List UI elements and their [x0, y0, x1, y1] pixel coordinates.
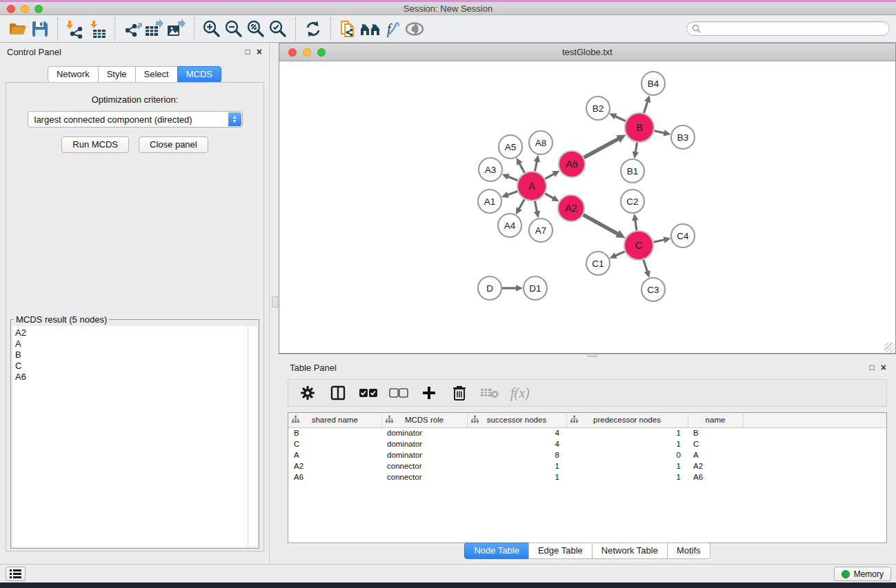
minimize-window-button[interactable] [21, 5, 29, 13]
close-panel-icon[interactable]: × [257, 48, 262, 56]
column-header-mcds-role[interactable]: MCDS role [381, 413, 467, 427]
zoom-in-icon[interactable] [201, 18, 223, 40]
export-image-icon[interactable] [166, 18, 188, 40]
table-cell[interactable]: 1 [566, 460, 688, 472]
close-window-button[interactable] [7, 5, 15, 13]
graph-edge-A-A8[interactable] [535, 160, 537, 171]
tab-network[interactable]: Network [48, 66, 99, 83]
zoom-window-button[interactable] [34, 5, 43, 13]
graph-edge-A-A3[interactable] [507, 176, 517, 181]
close-table-panel-icon[interactable]: × [881, 363, 886, 372]
import-table-icon[interactable] [86, 18, 108, 40]
float-panel-icon[interactable]: □ [246, 48, 250, 56]
network-canvas[interactable]: ABCA2A6A1A3A4A5A7A8B1B2B3B4C1C2C3C4DD1 [279, 61, 895, 353]
show-hide-graphics-icon[interactable] [404, 18, 426, 40]
table-cell[interactable]: 0 [566, 449, 688, 460]
save-session-icon[interactable] [29, 18, 51, 40]
close-panel-button[interactable]: Close panel [139, 136, 208, 153]
graph-edge-C-C2[interactable] [635, 219, 637, 230]
run-mcds-button[interactable]: Run MCDS [61, 136, 129, 153]
table-cell[interactable]: A6 [288, 472, 381, 483]
toggle-fx-icon[interactable]: f [381, 18, 404, 40]
zoom-out-icon[interactable] [223, 18, 245, 40]
graph-edge-C-C3[interactable] [644, 260, 648, 272]
function-builder-icon[interactable]: f(x) [508, 385, 530, 401]
resize-grip-icon[interactable] [885, 343, 895, 352]
tab-edge-table[interactable]: Edge Table [528, 543, 593, 559]
graph-edge-B-B3[interactable] [654, 131, 665, 134]
export-network-icon[interactable] [121, 18, 143, 40]
graph-edge-C-C4[interactable] [653, 240, 665, 243]
table-cell[interactable]: dominator [381, 438, 467, 449]
column-header-shared-name[interactable]: shared name [288, 413, 381, 427]
table-cell[interactable]: dominator [381, 427, 467, 438]
split-divider-grip[interactable] [272, 296, 278, 307]
tab-mcds[interactable]: MCDS [177, 66, 221, 83]
table-row[interactable]: Bdominator41B [288, 427, 886, 438]
graph-edge-A-A1[interactable] [506, 191, 517, 195]
result-item[interactable]: A6 [15, 372, 248, 383]
export-table-icon[interactable] [143, 18, 166, 40]
memory-button[interactable]: Memory [834, 567, 891, 581]
graph-edge-A6-B[interactable] [584, 139, 619, 158]
open-session-icon[interactable] [7, 18, 29, 40]
refresh-icon[interactable] [302, 18, 324, 40]
search-field[interactable] [686, 21, 890, 36]
table-cell[interactable]: 1 [467, 472, 566, 483]
graph-edge-A-A4[interactable] [519, 199, 525, 210]
table-cell[interactable]: 4 [467, 427, 566, 438]
table-cell[interactable]: 4 [467, 438, 566, 449]
select-all-icon[interactable] [356, 383, 381, 403]
table-cell[interactable]: A2 [688, 460, 743, 472]
network-zoom-button[interactable] [317, 48, 326, 57]
network-minimize-button[interactable] [303, 48, 311, 57]
table-cell[interactable]: A [288, 449, 381, 460]
tab-node-table[interactable]: Node Table [464, 543, 529, 559]
table-row[interactable]: A2connector11A2 [288, 460, 886, 472]
zoom-selected-icon[interactable] [267, 18, 289, 40]
result-item[interactable]: C [15, 361, 248, 372]
column-visibility-icon[interactable] [326, 383, 350, 403]
graph-edge-A2-C[interactable] [584, 215, 619, 234]
float-table-panel-icon[interactable]: □ [870, 363, 875, 372]
graph-edge-C-C1[interactable] [615, 252, 625, 256]
tab-select[interactable]: Select [135, 66, 178, 83]
select-stepper-icon[interactable]: ▲▼ [228, 112, 241, 126]
table-cell[interactable]: connector [381, 472, 467, 483]
network-close-button[interactable] [288, 48, 297, 57]
table-cell[interactable]: A6 [688, 472, 743, 483]
graph-edge-B-B2[interactable] [615, 116, 626, 121]
add-column-icon[interactable] [417, 383, 441, 403]
graph-edge-A-A7[interactable] [535, 201, 537, 213]
table-cell[interactable]: dominator [381, 449, 467, 460]
delete-column-icon[interactable] [447, 383, 472, 403]
task-history-button[interactable] [6, 567, 26, 581]
column-header-name[interactable]: name [688, 413, 743, 427]
table-cell[interactable]: C [288, 438, 381, 449]
table-cell[interactable]: B [288, 427, 381, 438]
table-panel-grip[interactable] [588, 354, 597, 357]
graph-edge-A-A2[interactable] [545, 194, 554, 199]
table-cell[interactable]: 1 [566, 427, 688, 438]
column-header-successor-nodes[interactable]: successor nodes [467, 413, 566, 427]
table-options-icon[interactable] [295, 383, 320, 403]
result-item[interactable]: B [15, 349, 248, 361]
table-cell[interactable]: 1 [566, 438, 688, 449]
result-item[interactable]: A [15, 338, 248, 349]
graph-edge-A-A6[interactable] [545, 174, 555, 179]
table-row[interactable]: Adominator80A [288, 449, 886, 460]
result-item[interactable]: A2 [15, 327, 248, 338]
table-cell[interactable]: connector [381, 460, 467, 472]
delete-table-icon[interactable] [477, 383, 502, 403]
graph-edge-A-A5[interactable] [519, 163, 524, 173]
table-cell[interactable]: 1 [566, 472, 688, 483]
column-header-predecessor-nodes[interactable]: predecessor nodes [566, 413, 688, 427]
zoom-fit-icon[interactable] [245, 18, 267, 40]
optimization-criterion-select[interactable]: largest connected component (directed) ▲… [28, 111, 243, 128]
tab-network-table[interactable]: Network Table [592, 543, 668, 559]
import-network-icon[interactable] [64, 18, 86, 40]
copy-network-icon[interactable] [337, 18, 359, 40]
graph-edge-B-B4[interactable] [644, 101, 648, 113]
table-row[interactable]: Cdominator41C [288, 438, 886, 449]
tab-motifs[interactable]: Motifs [667, 543, 710, 559]
